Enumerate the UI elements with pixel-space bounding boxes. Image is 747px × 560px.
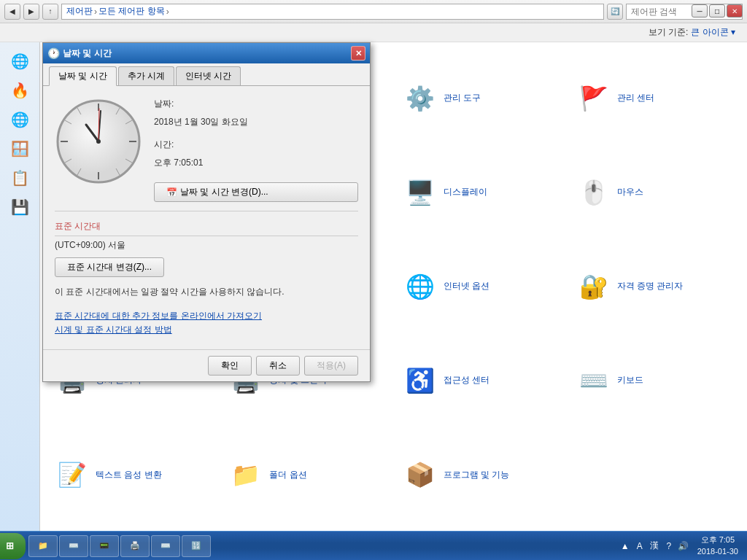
credential-mgr-icon: 🔐: [576, 269, 611, 304]
taskbar-file-explorer[interactable]: 📁: [28, 535, 58, 557]
ok-button[interactable]: 확인: [208, 356, 252, 376]
refresh-button[interactable]: 🔄: [607, 4, 623, 20]
display-label: 디스플레이: [444, 187, 487, 198]
text-speech-label: 텍스트 음성 변환: [96, 470, 162, 481]
datetime-dialog: 🕐 날짜 및 시간 ✕ 날짜 및 시간 추가 시계 인터넷 시간: [42, 42, 371, 382]
programs-features-label: 프로그램 및 기능: [444, 470, 510, 481]
tray-A-icon[interactable]: A: [633, 540, 646, 553]
view-option[interactable]: 큰 아이콘 ▾: [691, 26, 735, 39]
date-value: 2018년 1월 30일 화요일: [154, 116, 358, 128]
clock-face-container: [55, 98, 142, 202]
timezone-label: 표준 시간대: [55, 220, 358, 233]
keyboard-icon: ⌨️: [576, 363, 611, 398]
control-item-text-speech[interactable]: 📝 텍스트 음성 변환: [52, 431, 214, 519]
apply-button[interactable]: 적용(A): [304, 356, 358, 376]
online-links: 표준 시간대에 대한 추가 정보를 온라인에서 가져오기 시계 및 표준 시간대…: [55, 310, 358, 336]
change-timezone-button[interactable]: 표준 시간대 변경(Z)...: [55, 257, 164, 277]
control-item-internet-options[interactable]: 🌐 인터넷 옵션: [400, 242, 562, 330]
sidebar: 🌐 🔥 🌐 🪟 📋 💾: [0, 42, 40, 531]
sidebar-icon-network[interactable]: 🌐: [7, 48, 33, 74]
tab-datetime[interactable]: 날짜 및 시간: [49, 66, 117, 86]
control-item-accessibility[interactable]: ♿ 접근성 센터: [400, 337, 562, 425]
address-path[interactable]: 제어판 › 모든 제어판 항목 ›: [61, 4, 604, 20]
desktop: ─ □ ✕ ◀ ▶ ↑ 제어판 › 모든 제어판 항목 › 🔄 보기 기준: 큰…: [0, 0, 747, 560]
internet-options-label: 인터넷 옵션: [444, 281, 489, 292]
tray-han-icon[interactable]: 漢: [648, 540, 661, 553]
close-button[interactable]: ✕: [727, 4, 743, 18]
control-item-folder-options[interactable]: 📁 폴더 옵션: [225, 431, 387, 519]
credential-mgr-label: 자격 증명 관리자: [617, 281, 684, 292]
control-item-action-center[interactable]: 🚩 관리 센터: [573, 54, 735, 142]
taskbar-printer[interactable]: 🖨️: [120, 535, 150, 557]
tray-expand-icon[interactable]: ▲: [619, 540, 632, 553]
maximize-button[interactable]: □: [709, 4, 725, 18]
clock-time: 오후 7:05: [697, 534, 738, 545]
sidebar-icon-firewall[interactable]: 🔥: [7, 77, 33, 104]
forward-button[interactable]: ▶: [23, 4, 39, 20]
mouse-icon: 🖱️: [576, 175, 611, 210]
sidebar-icon-storage[interactable]: 💾: [7, 194, 33, 220]
address-breadcrumb-1[interactable]: 제어판: [66, 5, 93, 18]
display-icon: 🖥️: [403, 175, 438, 210]
control-item-programs-features[interactable]: 📦 프로그램 및 기능: [400, 431, 562, 519]
change-datetime-label: 날짜 및 시간 변경(D)...: [180, 186, 268, 198]
text-speech-icon: 📝: [55, 457, 90, 492]
date-label: 날짜:: [154, 98, 358, 110]
minimize-button[interactable]: ─: [692, 4, 708, 18]
sidebar-icon-tasks[interactable]: 📋: [7, 165, 33, 191]
taskbar-keyboard[interactable]: ⌨️: [151, 535, 180, 557]
tab-additional-clocks[interactable]: 추가 시계: [118, 66, 174, 85]
taskbar-items: 📁 ⌨️ 📟 🖨️ ⌨️ 🔢: [26, 535, 616, 557]
taskbar-calc[interactable]: 🔢: [182, 535, 211, 557]
breadcrumb-end: ›: [166, 7, 169, 17]
dialog-close-button[interactable]: ✕: [351, 46, 365, 61]
control-item-keyboard[interactable]: ⌨️ 키보드: [573, 337, 735, 425]
folder-options-icon: 📁: [228, 457, 263, 492]
address-bar: ◀ ▶ ↑ 제어판 › 모든 제어판 항목 › 🔄: [0, 0, 747, 23]
taskbar-cmd[interactable]: ⌨️: [59, 535, 88, 557]
timezone-value: (UTC+09:00) 서울: [55, 239, 358, 252]
clock-settings-link[interactable]: 시계 및 표준 시간대 설정 방법: [55, 324, 358, 336]
tray-volume-icon[interactable]: 🔊: [677, 540, 690, 553]
folder-options-label: 폴더 옵션: [269, 470, 306, 481]
control-item-display[interactable]: 🖥️ 디스플레이: [400, 148, 562, 236]
dst-note: 이 표준 시간대에서는 일광 절약 시간을 사용하지 않습니다.: [55, 286, 358, 298]
up-button[interactable]: ↑: [42, 4, 58, 20]
time-value: 오후 7:05:01: [154, 157, 358, 169]
view-label: 보기 기준:: [649, 26, 689, 39]
dialog-footer: 확인 취소 적용(A): [43, 349, 370, 381]
tray-help-icon[interactable]: ?: [662, 540, 676, 553]
control-item-admin-tools[interactable]: ⚙️ 관리 도구: [400, 54, 562, 142]
svg-point-16: [96, 139, 101, 144]
start-button[interactable]: ⊞: [0, 533, 26, 559]
taskbar-terminal[interactable]: 📟: [90, 535, 119, 557]
address-breadcrumb-2[interactable]: 모든 제어판 항목: [98, 5, 165, 18]
dialog-title-text: 날짜 및 시간: [63, 47, 348, 60]
control-item-mouse[interactable]: 🖱️ 마우스: [573, 148, 735, 236]
action-center-label: 관리 센터: [617, 93, 654, 104]
clock-date: 2018-01-30: [697, 546, 738, 557]
sidebar-icon-globe[interactable]: 🌐: [7, 106, 33, 133]
datetime-info: 날짜: 2018년 1월 30일 화요일 시간: 오후 7:05:01 📅 날짜…: [154, 98, 358, 202]
timezone-section: 표준 시간대 (UTC+09:00) 서울 표준 시간대 변경(Z)...: [55, 211, 358, 277]
sidebar-icon-windows[interactable]: 🪟: [7, 136, 33, 162]
action-center-icon: 🚩: [576, 81, 611, 116]
dialog-main: 날짜: 2018년 1월 30일 화요일 시간: 오후 7:05:01 📅 날짜…: [55, 98, 358, 202]
view-bar: 보기 기준: 큰 아이콘 ▾: [0, 23, 747, 42]
window-controls: ─ □ ✕: [692, 4, 743, 18]
system-tray: ▲ A 漢 ? 🔊 오후 7:05 2018-01-30: [616, 534, 747, 557]
dialog-title-icon: 🕐: [47, 47, 60, 59]
taskbar: ⊞ 📁 ⌨️ 📟 🖨️ ⌨️ 🔢 ▲ A 漢 ? 🔊 오후 7:05 2018-…: [0, 531, 747, 560]
cancel-button[interactable]: 취소: [256, 356, 300, 376]
tab-internet-time[interactable]: 인터넷 시간: [176, 66, 241, 85]
change-datetime-button[interactable]: 📅 날짜 및 시간 변경(D)...: [154, 182, 358, 202]
control-item-credential-mgr[interactable]: 🔐 자격 증명 관리자: [573, 242, 735, 330]
dialog-content: 날짜: 2018년 1월 30일 화요일 시간: 오후 7:05:01 📅 날짜…: [43, 86, 370, 349]
online-info-link[interactable]: 표준 시간대에 대한 추가 정보를 온라인에서 가져오기: [55, 310, 358, 322]
breadcrumb-separator-1: ›: [94, 7, 97, 17]
back-button[interactable]: ◀: [4, 4, 20, 20]
internet-options-icon: 🌐: [403, 269, 438, 304]
system-clock[interactable]: 오후 7:05 2018-01-30: [692, 534, 744, 557]
admin-tools-label: 관리 도구: [444, 93, 481, 104]
time-label: 시간:: [154, 139, 358, 151]
